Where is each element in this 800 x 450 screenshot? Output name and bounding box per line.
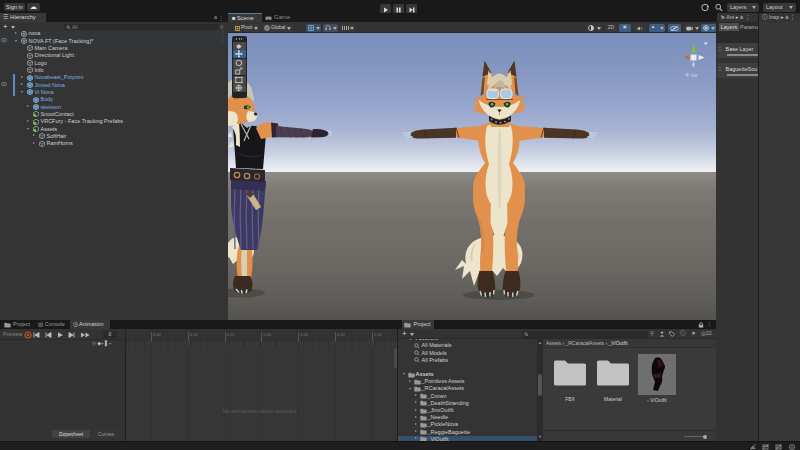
svg-text:x: x [677, 56, 680, 61]
svg-text:Iso: Iso [691, 72, 698, 78]
